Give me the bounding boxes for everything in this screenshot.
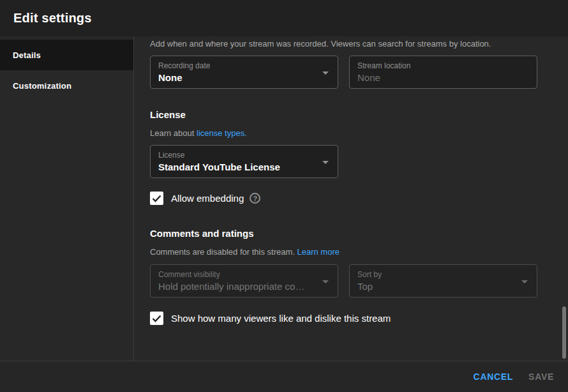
learn-more-link[interactable]: Learn more (297, 247, 339, 257)
license-note: Learn about license types. (150, 128, 568, 139)
license-section-heading: License (150, 109, 568, 121)
comment-visibility-value: Hold potentially inappropriate co… (158, 280, 316, 293)
license-types-link[interactable]: license types. (197, 128, 247, 138)
comment-visibility-label: Comment visibility (158, 269, 316, 280)
sort-by-dropdown: Sort by Top (349, 264, 537, 298)
comments-settings-row: Comment visibility Hold potentially inap… (150, 264, 568, 298)
stream-location-input[interactable]: Stream location None (349, 56, 537, 89)
sort-by-value: Top (357, 280, 515, 293)
help-icon[interactable]: ? (250, 193, 260, 204)
sidebar-item-customization[interactable]: Customization (0, 70, 133, 101)
chevron-down-icon (521, 280, 528, 283)
sidebar-item-label: Details (13, 50, 41, 60)
sort-by-label: Sort by (357, 269, 515, 280)
stream-location-label: Stream location (357, 61, 515, 71)
allow-embedding-row: Allow embedding ? (150, 192, 568, 205)
chevron-down-icon (322, 72, 329, 75)
edit-settings-dialog: Edit settings Details Customization Add … (0, 0, 568, 392)
dialog-footer: CANCEL SAVE (0, 361, 568, 392)
comments-note: Comments are disabled for this stream. L… (150, 246, 568, 258)
dialog-body: Details Customization Add when and where… (0, 36, 568, 361)
scrollbar-thumb[interactable] (562, 306, 566, 359)
recording-date-dropdown[interactable]: Recording date None (150, 56, 338, 89)
license-label: License (158, 150, 316, 160)
sidebar-item-details[interactable]: Details (0, 40, 133, 70)
dialog-title: Edit settings (13, 11, 92, 26)
stream-location-placeholder: None (357, 71, 515, 84)
dialog-header: Edit settings (0, 0, 568, 36)
comments-note-text: Comments are disabled for this stream. (150, 247, 297, 257)
location-hint-text: Add when and where your stream was recor… (150, 38, 568, 50)
sidebar-item-label: Customization (13, 81, 71, 91)
chevron-down-icon (322, 280, 329, 283)
allow-embedding-label: Allow embedding (171, 193, 244, 204)
comment-visibility-dropdown: Comment visibility Hold potentially inap… (150, 264, 338, 298)
license-note-text: Learn about (150, 128, 197, 138)
chevron-down-icon (322, 161, 329, 164)
show-ratings-label: Show how many viewers like and dislike t… (171, 313, 391, 324)
license-dropdown[interactable]: License Standard YouTube License (150, 145, 338, 178)
details-panel: Add when and where your stream was recor… (134, 36, 568, 361)
allow-embedding-checkbox[interactable] (150, 192, 163, 205)
date-location-row: Recording date None Stream location None (150, 56, 568, 89)
recording-date-value: None (158, 71, 316, 84)
show-ratings-row: Show how many viewers like and dislike t… (150, 312, 568, 325)
comments-section-heading: Comments and ratings (150, 227, 568, 240)
check-icon (152, 195, 161, 202)
recording-date-label: Recording date (158, 61, 316, 71)
show-ratings-checkbox[interactable] (150, 312, 163, 325)
cancel-button[interactable]: CANCEL (474, 366, 514, 387)
save-button[interactable]: SAVE (528, 366, 554, 387)
license-value: Standard YouTube License (158, 160, 316, 174)
check-icon (152, 315, 161, 322)
sidebar: Details Customization (0, 36, 134, 361)
